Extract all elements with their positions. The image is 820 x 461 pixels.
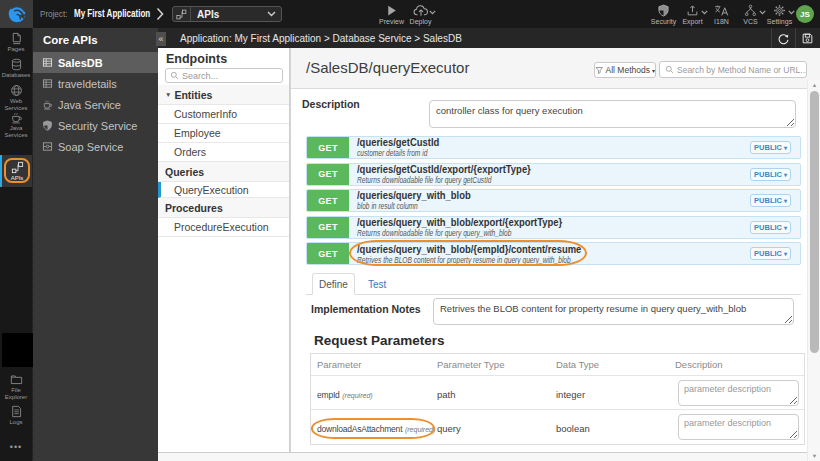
deploy-button[interactable]: Deploy <box>406 0 435 28</box>
column-header: Description <box>675 359 804 370</box>
description-textarea[interactable] <box>429 100 796 128</box>
scrollbar-down-arrow[interactable]: ▼ <box>808 451 820 460</box>
topbar-actions-left: PreviewDeploy <box>377 0 435 28</box>
rail-item-pages[interactable]: Pages <box>0 32 32 53</box>
method-info: /queries/query_with_blob/{empId}/content… <box>349 243 750 264</box>
rail-item-file-explorer[interactable]: FileExplorer <box>0 373 32 401</box>
endpoints-search-input[interactable] <box>179 71 282 81</box>
endpoints-section-procedures[interactable]: Procedures <box>158 198 289 218</box>
tab-test[interactable]: Test <box>356 273 398 295</box>
coffee-icon <box>42 99 58 110</box>
visibility-button[interactable]: PUBLIC▾ <box>750 168 791 181</box>
security-button[interactable]: Security <box>649 0 678 28</box>
globe-icon <box>10 84 23 97</box>
folder-icon <box>10 373 23 386</box>
param-description-field <box>678 380 799 408</box>
collapse-panel-button[interactable]: « <box>156 32 166 46</box>
method-row[interactable]: GET/queries/query_with_blobblob in resul… <box>306 189 801 212</box>
method-row[interactable]: GET/queries/query_with_blob/{empId}/cont… <box>306 242 801 265</box>
visibility-button[interactable]: PUBLIC▾ <box>750 194 791 207</box>
core-api-item-soap-service[interactable]: Soap Service <box>33 136 158 157</box>
detail-tabs: DefineTest <box>306 273 801 295</box>
export-icon <box>686 4 699 17</box>
project-label: Project: <box>40 0 67 28</box>
caret-down-icon: ▾ <box>784 197 787 204</box>
param-description-textarea[interactable] <box>678 414 799 440</box>
save-icon <box>801 32 814 45</box>
app-logo[interactable] <box>0 0 33 28</box>
rail-item-java-services[interactable]: JavaServices <box>0 111 32 139</box>
more-options-button[interactable]: ••• <box>0 442 32 452</box>
method-path: /queries/query_with_blob/{empId}/content… <box>357 243 581 255</box>
user-avatar[interactable]: JS <box>796 5 814 23</box>
core-api-item-salesdb[interactable]: SalesDB <box>33 52 158 73</box>
endpoint-item-employee[interactable]: Employee <box>158 124 289 143</box>
required-flag: (required) <box>342 392 372 399</box>
data-type: integer <box>556 376 675 409</box>
column-header: Parameter <box>311 359 437 370</box>
pages-icon <box>10 32 23 45</box>
method-search-input[interactable] <box>674 65 806 75</box>
core-api-item-traveldetails[interactable]: traveldetails <box>33 73 158 94</box>
rail-item-databases[interactable]: Databases <box>0 58 32 79</box>
method-search[interactable] <box>659 61 807 78</box>
endpoints-search[interactable] <box>165 68 283 83</box>
implementation-notes-textarea[interactable] <box>433 298 794 325</box>
preview-button[interactable]: Preview <box>377 0 406 28</box>
http-verb-badge: GET <box>307 164 349 185</box>
chevron-down-icon <box>788 10 795 15</box>
endpoints-section-queries[interactable]: Queries <box>158 162 289 182</box>
rail-item-apis[interactable]: APIs <box>0 155 32 187</box>
endpoint-item-orders[interactable]: Orders <box>158 143 289 162</box>
endpoints-panel: Endpoints ▼EntitiesCustomerInfoEmployeeO… <box>158 48 290 452</box>
play-icon <box>385 4 398 17</box>
endpoint-item-queryexecution[interactable]: QueryExecution <box>158 182 289 198</box>
core-api-item-java-service[interactable]: Java Service <box>33 94 158 115</box>
method-filter-button[interactable]: All Methods ▾ <box>594 62 656 78</box>
visibility-button[interactable]: PUBLIC▾ <box>750 221 791 234</box>
method-summary: Retrives the BLOB content for property r… <box>357 256 571 266</box>
scrollbar-up-arrow[interactable]: ▲ <box>808 80 820 89</box>
vcs-button[interactable]: VCS <box>736 0 765 28</box>
implementation-notes-field <box>433 298 794 329</box>
http-verb-badge: GET <box>307 190 349 211</box>
visibility-button[interactable]: PUBLIC▾ <box>750 247 791 260</box>
caret-down-icon: ▾ <box>784 224 787 231</box>
visibility-button[interactable]: PUBLIC▾ <box>750 141 791 154</box>
method-row[interactable]: GET/queries/getCustIdcustomer details fr… <box>306 136 801 159</box>
core-api-item-security-service[interactable]: Security Service <box>33 115 158 136</box>
export-button[interactable]: Export <box>678 0 707 28</box>
settings-button[interactable]: Settings <box>765 0 794 28</box>
refresh-button[interactable] <box>777 32 790 45</box>
description-label: Description <box>302 98 360 110</box>
application-bar: Application: My First Application > Data… <box>158 28 820 48</box>
refresh-icon <box>777 32 790 45</box>
endpoint-item-procedureexecution[interactable]: ProcedureExecution <box>158 218 289 237</box>
service-title: /SalesDB/queryExecutor <box>306 59 469 76</box>
separator <box>771 28 772 48</box>
chevron-down-icon <box>429 10 436 15</box>
method-row[interactable]: GET/queries/getCustId/export/{exportType… <box>306 163 801 186</box>
i18n-button[interactable]: I18N <box>707 0 736 28</box>
vertical-scrollbar[interactable]: ▲ ▼ <box>807 80 820 461</box>
endpoints-section-entities[interactable]: ▼Entities <box>158 85 289 105</box>
method-summary: customer details from id <box>357 149 427 159</box>
workspace-selector[interactable]: APIs <box>172 6 282 22</box>
method-summary: Returns downloadable file for query quer… <box>357 229 511 239</box>
endpoints-title: Endpoints <box>158 48 289 68</box>
request-parameters-table: ParameterParameter TypeData TypeDescript… <box>310 353 805 445</box>
endpoint-item-customerinfo[interactable]: CustomerInfo <box>158 105 289 124</box>
save-button[interactable] <box>801 32 814 45</box>
column-header: Parameter Type <box>437 359 556 370</box>
gear-icon <box>773 4 786 17</box>
method-row[interactable]: GET/queries/query_with_blob/export/{expo… <box>306 216 801 239</box>
caret-down-icon: ▾ <box>784 171 787 178</box>
param-name: downloadAsAttachment (required) <box>311 410 437 444</box>
method-filter-label: All Methods <box>606 65 650 75</box>
scrollbar-thumb[interactable] <box>810 91 819 353</box>
param-description-textarea[interactable] <box>678 380 799 406</box>
tab-define[interactable]: Define <box>312 273 355 295</box>
rail-item-logs[interactable]: Logs <box>0 405 32 426</box>
description-cell <box>675 410 804 444</box>
rail-item-web-services[interactable]: WebServices <box>0 84 32 112</box>
